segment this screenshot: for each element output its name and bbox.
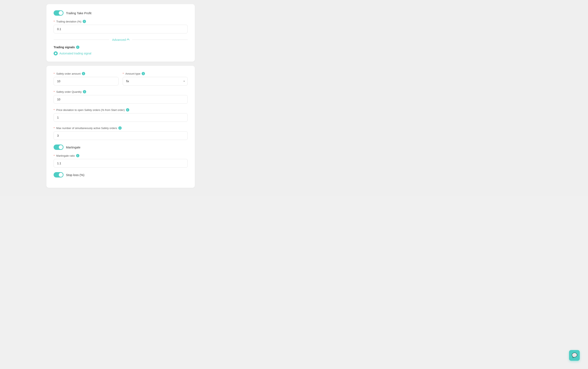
price-deviation-group: * Price deviation to open Safety orders …	[54, 108, 188, 122]
automated-signal-text[interactable]: Automated trading signal	[59, 52, 91, 55]
safety-order-amount-input[interactable]	[54, 77, 119, 86]
max-safety-orders-input[interactable]	[54, 131, 188, 140]
main-content: Trailing Take Profit * Trailing deviatio…	[38, 0, 203, 196]
safety-order-amount-group: * Safety order amount i	[54, 72, 119, 86]
safety-order-amount-label: * Safety order amount i	[54, 72, 119, 75]
safety-amount-row: * Safety order amount i * Amount type i	[54, 72, 188, 90]
martingale-toggle[interactable]	[54, 144, 63, 150]
trailing-profit-card: Trailing Take Profit * Trailing deviatio…	[46, 4, 195, 62]
max-safety-orders-group: * Max number of simultaneously active Sa…	[54, 126, 188, 140]
amount-type-label: * Amount type i	[123, 72, 188, 75]
stop-loss-row: Stop loss (%)	[54, 172, 188, 177]
safety-orders-card: * Safety order amount i * Amount type i	[46, 66, 195, 188]
trading-signals-section: Trading signals i Automated trading sign…	[54, 46, 188, 55]
amount-type-select[interactable]: fix percentage	[123, 77, 188, 86]
price-deviation-input[interactable]	[54, 113, 188, 122]
trailing-take-profit-toggle[interactable]	[54, 10, 63, 16]
trading-signals-title: Trading signals i	[54, 46, 188, 49]
trailing-take-profit-row: Trailing Take Profit	[54, 10, 188, 16]
chevron-up-icon	[127, 39, 129, 41]
page-container: Trailing Take Profit * Trailing deviatio…	[0, 0, 588, 196]
stop-loss-label: Stop loss (%)	[66, 173, 84, 177]
advanced-divider: Advanced	[54, 38, 188, 41]
trailing-deviation-label: * Trailing deviation (%) i	[54, 20, 188, 23]
trailing-deviation-input[interactable]	[54, 25, 188, 33]
price-deviation-label: * Price deviation to open Safety orders …	[54, 108, 188, 112]
trailing-take-profit-label: Trailing Take Profit	[66, 11, 91, 15]
chat-icon: 💬	[572, 353, 577, 358]
martingale-ratio-group: * Martingale ratio i	[54, 154, 188, 168]
signal-icon	[54, 51, 58, 55]
martingale-row: Martingale	[54, 144, 188, 150]
safety-order-quantity-group: * Safety order Quantity i	[54, 90, 188, 104]
trailing-deviation-group: * Trailing deviation (%) i	[54, 20, 188, 33]
trailing-deviation-info-icon[interactable]: i	[83, 20, 86, 23]
safety-order-quantity-input[interactable]	[54, 95, 188, 104]
max-safety-orders-label: * Max number of simultaneously active Sa…	[54, 126, 188, 130]
amount-type-select-wrapper: fix percentage ▾	[123, 77, 188, 86]
max-safety-orders-info-icon[interactable]: i	[118, 126, 122, 130]
divider-line-right	[132, 40, 188, 40]
required-star: *	[54, 20, 55, 23]
martingale-ratio-input[interactable]	[54, 159, 188, 168]
safety-order-quantity-info-icon[interactable]: i	[83, 90, 86, 93]
safety-order-quantity-label: * Safety order Quantity i	[54, 90, 188, 93]
advanced-button[interactable]: Advanced	[112, 38, 129, 41]
stop-loss-toggle[interactable]	[54, 172, 63, 177]
martingale-ratio-info-icon[interactable]: i	[76, 154, 79, 157]
amount-type-info-icon[interactable]: i	[142, 72, 145, 75]
automated-signal-row: Automated trading signal	[54, 51, 188, 55]
divider-line-left	[54, 40, 109, 40]
martingale-label: Martingale	[66, 145, 80, 149]
trading-signals-info-icon[interactable]: i	[76, 46, 79, 49]
price-deviation-info-icon[interactable]: i	[126, 108, 129, 112]
amount-type-group: * Amount type i fix percentage ▾	[123, 72, 188, 86]
safety-order-amount-info-icon[interactable]: i	[82, 72, 85, 75]
martingale-ratio-label: * Martingale ratio i	[54, 154, 188, 157]
chat-button[interactable]: 💬	[569, 350, 580, 361]
